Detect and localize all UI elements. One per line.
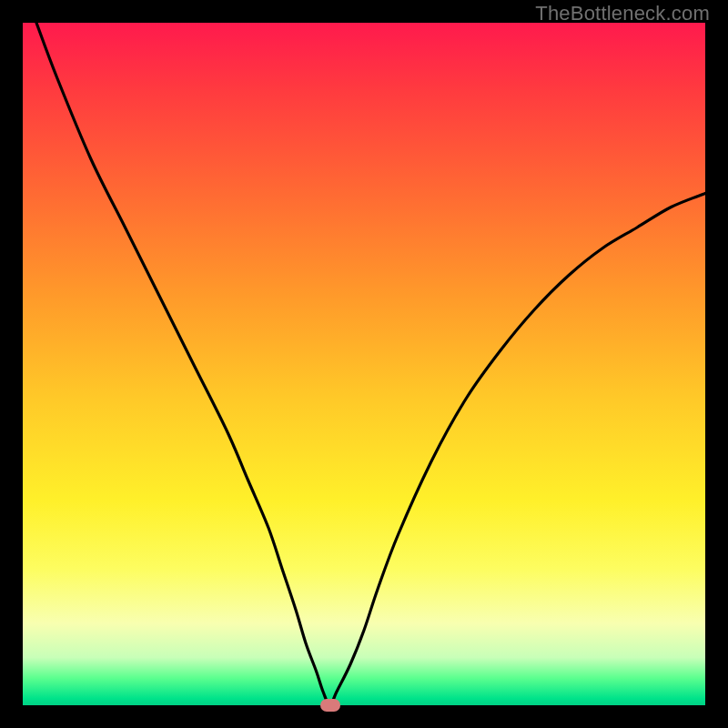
bottleneck-curve (36, 23, 705, 705)
curve-svg (23, 23, 705, 705)
chart-frame: TheBottleneck.com (0, 0, 728, 728)
watermark-text: TheBottleneck.com (535, 2, 710, 25)
plot-area (23, 23, 705, 705)
optimal-point-marker (320, 699, 340, 712)
